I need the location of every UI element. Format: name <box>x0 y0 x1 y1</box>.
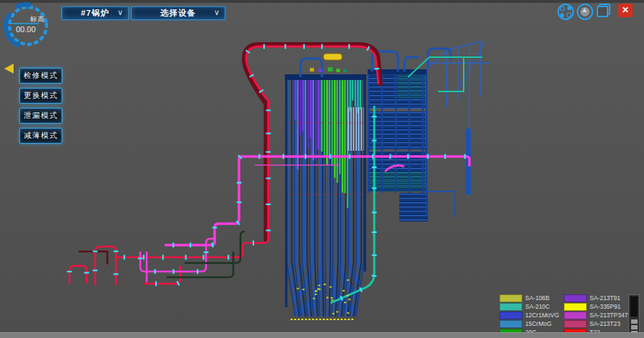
furnace-tubes <box>287 78 364 317</box>
elevation-value: 00.00 <box>11 25 40 34</box>
legend-item[interactable]: 15CrMoG <box>499 319 559 328</box>
legend-item[interactable]: SA-213T23 <box>564 319 633 328</box>
collapse-panel-arrow-icon[interactable] <box>4 64 14 74</box>
mode-button-thinning[interactable]: 减薄模式 <box>19 128 62 144</box>
device-select-value: 选择设备 <box>160 8 196 19</box>
legend-label: 12Cr1MoVG <box>525 312 559 319</box>
legend-swatch <box>499 294 522 302</box>
scene-3d-boiler[interactable] <box>0 0 644 338</box>
legend-scrollbar[interactable] <box>628 294 640 337</box>
legend-item[interactable]: SA-335P91 <box>564 302 633 311</box>
chevron-down-icon: ∨ <box>117 8 124 17</box>
legend-item[interactable]: SA-106B <box>499 294 559 302</box>
floor-strip <box>0 332 644 338</box>
boiler-monitor-window: 标高 00.00 #7锅炉 ∨ 选择设备 ∨ ✕ 检修模式 更换模式 泄漏模式 … <box>0 0 644 338</box>
legend-label: SA-213T23 <box>590 320 620 327</box>
close-icon[interactable]: ✕ <box>618 4 633 17</box>
chevron-down-icon: ∨ <box>214 8 220 17</box>
legend-item[interactable]: SA-210C <box>499 302 559 311</box>
legend-swatch <box>564 294 587 302</box>
legend-item[interactable]: 12Cr1MoVG <box>499 311 559 319</box>
mode-button-overhaul[interactable]: 检修模式 <box>19 68 62 84</box>
elevation-label: 标高 <box>30 15 45 24</box>
legend-scrollbar-thumb[interactable] <box>630 297 638 317</box>
mode-button-leak[interactable]: 泄漏模式 <box>19 108 62 124</box>
windows-layers-icon[interactable] <box>597 4 610 17</box>
legend-item[interactable]: SA-213TP347H <box>564 311 633 319</box>
legend-label: SA-213TP347H <box>590 312 633 319</box>
legend-label: SA-106B <box>525 294 550 302</box>
legend-swatch <box>564 312 587 319</box>
device-select-dropdown[interactable]: 选择设备 ∨ <box>131 6 225 20</box>
legend-item[interactable]: SA-213T91 <box>564 294 633 302</box>
mode-button-replace[interactable]: 更换模式 <box>19 88 62 104</box>
legend-label: SA-213T91 <box>590 294 620 302</box>
boiler-select-dropdown[interactable]: #7锅炉 ∨ <box>62 6 129 20</box>
legend-swatch <box>564 320 587 328</box>
legend-swatch <box>499 320 522 328</box>
boiler-select-value: #7锅炉 <box>81 8 109 19</box>
legend-label: 15CrMoG <box>525 320 552 327</box>
legend-swatch <box>564 303 587 311</box>
legend-label: SA-210C <box>525 303 550 310</box>
elevation-gauge: 标高 00.00 <box>1 1 56 51</box>
sphere-view-icon[interactable] <box>577 4 593 20</box>
legend-label: SA-335P91 <box>590 303 620 310</box>
legend-swatch <box>499 303 522 311</box>
grid-view-icon[interactable] <box>557 4 574 20</box>
legend-swatch <box>499 312 522 319</box>
